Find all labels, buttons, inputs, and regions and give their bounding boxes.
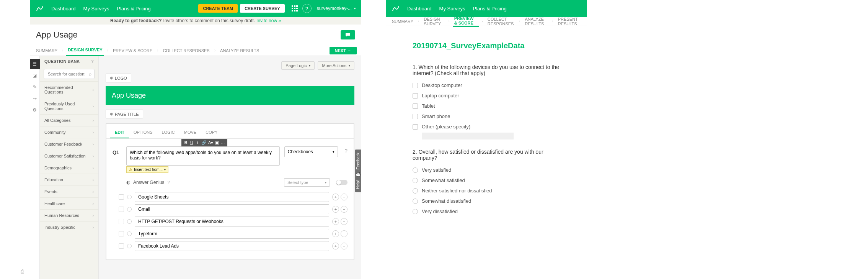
sidebar-item[interactable]: Demographics› xyxy=(40,162,98,174)
sidebar-item[interactable]: Customer Feedback› xyxy=(40,138,98,150)
nav-plans[interactable]: Plans & Pricing xyxy=(113,6,155,11)
nav-dashboard[interactable]: Dashboard xyxy=(47,6,80,11)
drag-handle-icon[interactable] xyxy=(119,207,124,212)
radio-option[interactable]: Neither satisfied nor dissatisfied xyxy=(413,188,560,194)
sidebar-item[interactable]: Previously Used Questions› xyxy=(40,98,98,114)
remove-choice-icon[interactable]: − xyxy=(341,194,348,200)
checkbox-icon[interactable] xyxy=(413,124,418,130)
add-choice-icon[interactable]: + xyxy=(332,218,339,225)
help-icon[interactable]: ? xyxy=(302,4,312,13)
next-button[interactable]: NEXT → xyxy=(330,47,357,54)
nav-dashboard[interactable]: Dashboard xyxy=(403,6,436,11)
sidebar-item[interactable]: Recommended Questions› xyxy=(40,81,98,98)
search-icon[interactable]: ⌕ xyxy=(89,71,91,77)
other-specify-input[interactable] xyxy=(422,133,514,140)
comments-button[interactable] xyxy=(341,30,355,39)
brand-logo[interactable] xyxy=(35,4,44,13)
tab-summary[interactable]: SUMMARY xyxy=(34,45,59,56)
checkbox-option[interactable]: Smart phone xyxy=(413,113,560,119)
editor-tab-copy[interactable]: COPY xyxy=(201,127,222,138)
tab-collect[interactable]: COLLECT RESPONSES xyxy=(162,45,211,56)
add-choice-icon[interactable]: + xyxy=(332,194,339,200)
checkbox-icon[interactable] xyxy=(413,103,418,109)
sidebar-item[interactable]: Industry Specific› xyxy=(40,221,98,233)
drag-handle-icon[interactable] xyxy=(119,243,124,249)
checkbox-icon[interactable] xyxy=(413,114,418,119)
choice-radio[interactable] xyxy=(127,219,132,224)
sidebar-item[interactable]: Customer Satisfaction› xyxy=(40,150,98,162)
radio-option[interactable]: Very dissatisfied xyxy=(413,208,560,214)
choice-input[interactable] xyxy=(135,192,329,202)
brand-logo[interactable] xyxy=(391,4,400,13)
drag-handle-icon[interactable] xyxy=(119,219,124,224)
checkbox-icon[interactable] xyxy=(413,83,418,88)
font-icon[interactable]: A▾ xyxy=(208,140,213,146)
rail-question-bank-icon[interactable]: ☰ xyxy=(30,59,40,69)
choice-input[interactable] xyxy=(135,241,329,251)
radio-icon[interactable] xyxy=(413,199,418,204)
choice-radio[interactable] xyxy=(127,207,132,212)
radio-option[interactable]: Very satisfied xyxy=(413,167,560,173)
nav-my-surveys[interactable]: My Surveys xyxy=(436,6,469,11)
search-input[interactable] xyxy=(44,69,95,79)
create-survey-button[interactable]: CREATE SURVEY xyxy=(240,4,285,13)
sidebar-item[interactable]: Community› xyxy=(40,126,98,138)
radio-icon[interactable] xyxy=(413,178,418,183)
rail-format-icon[interactable]: ◪ xyxy=(30,71,40,80)
bold-icon[interactable]: B xyxy=(184,140,188,146)
tab-design[interactable]: DESIGN SURVEY xyxy=(66,45,104,56)
editor-tab-options[interactable]: OPTIONS xyxy=(129,127,157,138)
account-menu[interactable]: surveymonkey-...▾ xyxy=(317,6,356,11)
tab-summary[interactable]: SUMMARY xyxy=(390,16,415,27)
rail-theme-icon[interactable]: ✎ xyxy=(30,82,40,92)
tab-collect-responses[interactable]: COLLECT RESPONSES xyxy=(486,16,516,27)
add-choice-icon[interactable]: + xyxy=(332,206,339,213)
sidebar-item[interactable]: Healthcare› xyxy=(40,197,98,209)
tab-design-survey[interactable]: DESIGN SURVEY xyxy=(422,16,445,27)
question-text-input[interactable]: Which of the following web apps/tools do… xyxy=(127,147,279,164)
more-icon[interactable]: … xyxy=(221,140,225,146)
radio-icon[interactable] xyxy=(413,209,418,214)
radio-icon[interactable] xyxy=(413,188,418,194)
answer-genius-select[interactable]: Select type▾ xyxy=(284,178,330,187)
add-choice-icon[interactable]: + xyxy=(332,243,339,249)
add-page-title-button[interactable]: ⊕PAGE TITLE xyxy=(106,110,143,118)
invite-link[interactable]: Invite now » xyxy=(256,18,281,23)
editor-tab-edit[interactable]: EDIT xyxy=(110,127,129,138)
sidebar-help-icon[interactable]: ? xyxy=(91,59,94,64)
question-type-select[interactable]: Checkboxes▾ xyxy=(284,146,338,157)
radio-icon[interactable] xyxy=(413,167,418,173)
more-actions-button[interactable]: More Actions▾ xyxy=(318,61,354,70)
drag-handle-icon[interactable] xyxy=(119,194,124,200)
add-choice-icon[interactable]: + xyxy=(332,230,339,237)
remove-choice-icon[interactable]: − xyxy=(341,218,348,225)
answer-genius-help-icon[interactable]: ? xyxy=(167,180,170,185)
rail-options-icon[interactable]: ⚙ xyxy=(30,105,40,115)
page-logic-button[interactable]: Page Logic▾ xyxy=(281,61,315,70)
print-icon[interactable]: ⎙ xyxy=(21,268,24,274)
remove-choice-icon[interactable]: − xyxy=(341,243,348,249)
checkbox-option[interactable]: Laptop computer xyxy=(413,93,560,98)
image-icon[interactable]: ▣ xyxy=(215,140,219,146)
feedback-tab[interactable]: Help! 💬 Feedback xyxy=(355,149,361,192)
add-logo-button[interactable]: ⊕LOGO xyxy=(106,74,131,82)
create-team-button[interactable]: CREATE TEAM xyxy=(198,4,238,13)
choice-input[interactable] xyxy=(135,217,329,226)
underline-icon[interactable]: U xyxy=(189,140,194,146)
sidebar-item[interactable]: Events› xyxy=(40,185,98,197)
type-help-icon[interactable]: ? xyxy=(345,146,348,154)
checkbox-icon[interactable] xyxy=(413,93,418,98)
tab-analyze[interactable]: ANALYZE RESULTS xyxy=(219,45,261,56)
choice-radio[interactable] xyxy=(127,231,132,236)
insert-text-dropdown[interactable]: ⚠ Insert text from... ▾ xyxy=(126,166,168,173)
italic-icon[interactable]: I xyxy=(196,140,200,146)
nav-plans[interactable]: Plans & Pricing xyxy=(469,6,511,11)
choice-radio[interactable] xyxy=(127,195,132,199)
radio-option[interactable]: Somewhat satisfied xyxy=(413,177,560,183)
checkbox-option[interactable]: Desktop computer xyxy=(413,82,560,88)
remove-choice-icon[interactable]: − xyxy=(341,230,348,237)
sidebar-item[interactable]: Human Resources› xyxy=(40,209,98,221)
answer-genius-toggle[interactable] xyxy=(336,180,348,185)
tab-preview[interactable]: PREVIEW & SCORE xyxy=(111,45,154,56)
checkbox-option[interactable]: Other (please specify) xyxy=(413,124,560,130)
